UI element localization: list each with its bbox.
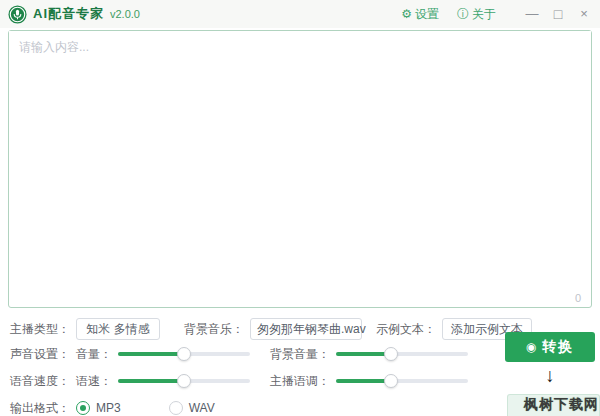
speech-speed-group-label: 语音速度： xyxy=(10,373,70,390)
radio-label: WAV xyxy=(189,401,215,415)
slider-thumb[interactable] xyxy=(177,347,191,361)
about-button[interactable]: ⓘ 关于 xyxy=(457,6,496,23)
slider-fill xyxy=(118,352,184,356)
volume-label: 音量： xyxy=(76,346,112,363)
radio-wav[interactable]: WAV xyxy=(169,401,215,415)
radio-label: MP3 xyxy=(96,401,121,415)
speed-slider[interactable] xyxy=(118,374,250,388)
anchor-type-label: 主播类型： xyxy=(10,321,70,338)
sound-settings-label: 声音设置： xyxy=(10,346,70,363)
content-editor: 0 xyxy=(8,30,592,308)
watermark-text: 枫树下载网 xyxy=(524,396,599,414)
radio-button-icon xyxy=(76,401,90,415)
slider-thumb[interactable] xyxy=(384,347,398,361)
slider-thumb[interactable] xyxy=(177,374,191,388)
volume-slider[interactable] xyxy=(118,347,250,361)
slider-fill xyxy=(118,379,184,383)
tone-slider[interactable] xyxy=(336,374,468,388)
speed-label: 语速： xyxy=(76,373,112,390)
bgm-select[interactable]: 匆匆那年钢琴曲.wav xyxy=(250,318,362,340)
char-count: 0 xyxy=(575,292,581,304)
slider-thumb[interactable] xyxy=(384,374,398,388)
settings-button[interactable]: ⚙ 设置 xyxy=(401,6,439,23)
bg-volume-label: 背景音量： xyxy=(270,346,330,363)
anchor-tone-label: 主播语调： xyxy=(270,373,330,390)
app-version: v2.0.0 xyxy=(110,8,140,20)
convert-icon: ◉ xyxy=(526,340,536,354)
convert-label: 转换 xyxy=(542,338,574,356)
close-button[interactable]: × xyxy=(576,6,592,22)
about-label: 关于 xyxy=(472,6,496,23)
convert-button[interactable]: ◉ 转换 xyxy=(505,332,595,362)
titlebar: AI配音专家 v2.0.0 ⚙ 设置 ⓘ 关于 — □ × xyxy=(0,0,600,28)
down-arrow-icon: ↓ xyxy=(505,363,595,389)
anchor-type-select[interactable]: 知米 多情感 xyxy=(76,318,160,340)
bgm-label: 背景音乐： xyxy=(184,321,244,338)
radio-mp3[interactable]: MP3 xyxy=(76,401,121,415)
maximize-button[interactable]: □ xyxy=(550,6,566,22)
settings-label: 设置 xyxy=(415,6,439,23)
sample-text-label: 示例文本： xyxy=(376,321,436,338)
info-icon: ⓘ xyxy=(457,8,469,20)
content-input[interactable] xyxy=(9,31,591,287)
gear-icon: ⚙ xyxy=(401,8,412,20)
app-logo-icon xyxy=(8,5,27,24)
slider-fill xyxy=(336,352,391,356)
bg-volume-slider[interactable] xyxy=(336,347,468,361)
app-window: AI配音专家 v2.0.0 ⚙ 设置 ⓘ 关于 — □ × 0 主播类型： 知米… xyxy=(0,0,600,416)
radio-button-icon xyxy=(169,401,183,415)
app-title: AI配音专家 xyxy=(33,5,104,23)
output-format-label: 输出格式： xyxy=(10,400,70,416)
slider-fill xyxy=(336,379,391,383)
minimize-button[interactable]: — xyxy=(524,6,540,22)
